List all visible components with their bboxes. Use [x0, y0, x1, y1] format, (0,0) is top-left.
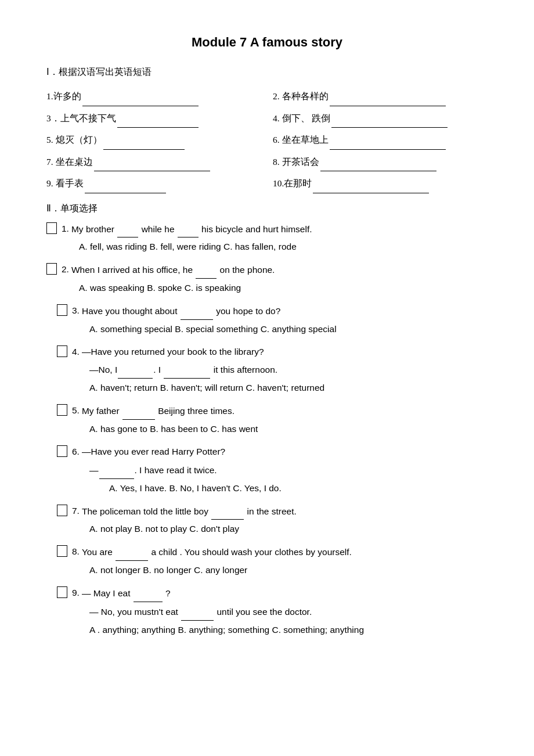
- q7-text: The policeman told the little boy in the…: [82, 503, 488, 520]
- q6-options: A. Yes, I have. B. No, I haven't C. Yes,…: [109, 479, 488, 497]
- q3-text: Have you thought about you hope to do?: [82, 303, 488, 320]
- question-3: 3. Have you thought about you hope to do…: [46, 303, 488, 338]
- q8-num: 8.: [72, 543, 80, 560]
- q4-sub: —No, I . I it this afternoon.: [89, 360, 488, 379]
- question-1: 1. My brother while he his bicycle and h…: [46, 221, 488, 256]
- q3-options: A. something special B. special somethin…: [89, 320, 488, 338]
- q9-num: 9.: [72, 585, 80, 601]
- question-5: 5. My father Beijing three times. A. has…: [46, 402, 488, 438]
- q1-bracket: [46, 222, 57, 234]
- q6-text: —Have you ever read Harry Potter?: [82, 444, 488, 460]
- fill-item-2: 2. 各种各样的: [273, 87, 488, 106]
- q4-num: 4.: [72, 344, 80, 360]
- question-6: 6. —Have you ever read Harry Potter? — .…: [46, 444, 488, 497]
- q9-bracket: [57, 586, 67, 598]
- question-4: 4. —Have you returned your book to the l…: [46, 344, 488, 397]
- q5-num: 5.: [72, 402, 80, 419]
- fill-item-5: 5. 熄灭（灯）: [46, 130, 261, 150]
- q7-bracket: [57, 505, 67, 516]
- q2-text: When I arrived at his office, he on the …: [71, 261, 488, 279]
- q6-num: 6.: [72, 444, 80, 460]
- q3-bracket: [57, 304, 67, 316]
- question-2: 2. When I arrived at his office, he on t…: [46, 261, 488, 297]
- question-8: 8. You are a child . You should wash you…: [46, 543, 488, 579]
- q5-bracket: [57, 404, 67, 416]
- q4-text: —Have you returned your book to the libr…: [82, 344, 488, 361]
- fill-item-9: 9. 看手表: [46, 174, 261, 193]
- q2-bracket: [46, 263, 57, 275]
- question-7: 7. The policeman told the little boy in …: [46, 503, 488, 538]
- q1-text: My brother while he his bicycle and hurt…: [71, 221, 488, 238]
- q5-text: My father Beijing three times.: [82, 402, 488, 420]
- q9-sub: — No, you mustn't eat until you see the …: [89, 602, 488, 621]
- q9-text: — May I eat ?: [82, 585, 488, 602]
- q8-bracket: [57, 545, 67, 557]
- question-9: 9. — May I eat ? — No, you mustn't eat u…: [46, 585, 488, 639]
- q6-bracket: [57, 445, 67, 457]
- q9-options: A . anything; anything B. anything; some…: [89, 621, 488, 639]
- q2-options: A. was speaking B. spoke C. is speaking: [79, 279, 488, 297]
- q6-sub: — . I have read it twice.: [89, 460, 488, 479]
- fill-item-10: 10.在那时: [273, 174, 488, 193]
- page-title: Module 7 A famous story: [46, 35, 488, 50]
- q1-options: A. fell, was riding B. fell, were riding…: [79, 237, 488, 255]
- fill-item-7: 7. 坐在桌边: [46, 152, 261, 172]
- fill-item-4: 4. 倒下、 跌倒: [273, 109, 488, 128]
- section1-header: Ⅰ．根据汉语写出英语短语: [46, 66, 488, 78]
- fill-item-6: 6. 坐在草地上: [273, 130, 488, 150]
- q7-options: A. not play B. not to play C. don't play: [89, 520, 488, 538]
- q7-num: 7.: [72, 503, 80, 519]
- q3-num: 3.: [72, 303, 80, 319]
- fill-item-8: 8. 开茶话会: [273, 152, 488, 172]
- q1-num: 1.: [62, 221, 69, 237]
- q8-options: A. not longer B. no longer C. any longer: [89, 561, 488, 579]
- q8-text: You are a child . You should wash your c…: [82, 543, 488, 561]
- q2-num: 2.: [62, 261, 69, 278]
- section2-header: Ⅱ．单项选择: [46, 203, 488, 215]
- q4-bracket: [57, 345, 67, 357]
- fill-section: 1.许多的 2. 各种各样的 3．上气不接下气 4. 倒下、 跌倒 5. 熄灭（…: [46, 87, 488, 193]
- q5-options: A. has gone to B. has been to C. has wen…: [89, 420, 488, 438]
- q4-options: A. haven't; return B. haven't; will retu…: [89, 379, 488, 397]
- fill-item-3: 3．上气不接下气: [46, 109, 261, 128]
- fill-item-1: 1.许多的: [46, 87, 261, 106]
